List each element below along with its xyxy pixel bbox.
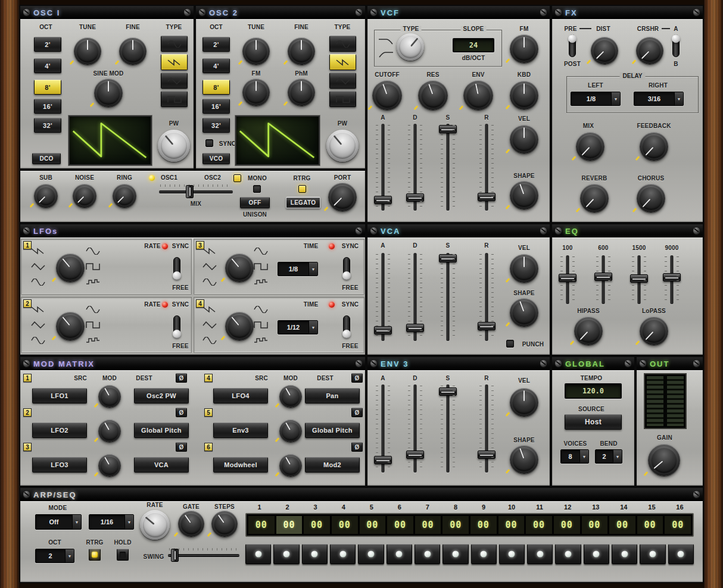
mod2-invert-button[interactable]: Ø — [176, 408, 187, 417]
vcf-attack-slider[interactable] — [375, 124, 391, 211]
osc1-wave-sine-button[interactable] — [161, 36, 188, 52]
kbd-tracking-knob[interactable] — [510, 81, 538, 110]
osc1-wave-triangle-button[interactable] — [161, 73, 188, 89]
arp-rate-select[interactable]: 1/16▼ — [89, 514, 134, 530]
step-button[interactable] — [612, 544, 637, 564]
eq-600-slider[interactable] — [596, 255, 611, 304]
osc1-wave-saw-button[interactable] — [161, 54, 188, 70]
osc2-oct-2-button[interactable]: 2' — [202, 37, 230, 52]
env3-attack-slider[interactable] — [375, 384, 391, 473]
eq-1500-slider[interactable] — [631, 255, 647, 304]
reverb-knob[interactable] — [580, 184, 609, 212]
pre-post-toggle[interactable] — [569, 35, 576, 57]
osc1-dco-button[interactable]: DCO — [32, 153, 61, 164]
gate-knob[interactable] — [178, 511, 204, 537]
eq-9000-slider[interactable] — [664, 255, 680, 304]
steps-knob[interactable] — [211, 511, 238, 537]
step-button[interactable] — [668, 544, 694, 564]
tempo-display[interactable]: 120.0 — [565, 383, 622, 399]
osc2-sync-toggle[interactable] — [205, 139, 213, 147]
osc1-oct-8-button[interactable]: 8' — [34, 80, 61, 95]
gain-knob[interactable] — [648, 444, 680, 476]
lfo3-rate-knob[interactable] — [225, 254, 254, 282]
mod1-dest-button[interactable]: Osc2 PW — [134, 388, 189, 404]
step-button[interactable] — [640, 544, 665, 564]
osc2-wave-triangle-button[interactable] — [329, 73, 356, 89]
osc2-wave-sine-button[interactable] — [329, 36, 356, 52]
osc1-oct-16-button[interactable]: 16' — [34, 99, 61, 114]
env3-sustain-slider[interactable] — [440, 384, 456, 473]
vcf-shape-knob[interactable] — [510, 181, 538, 209]
lfo4-sync-free-toggle[interactable] — [343, 315, 350, 338]
step-button[interactable] — [273, 544, 299, 564]
step-button[interactable] — [330, 544, 356, 564]
crusher-knob[interactable] — [636, 37, 663, 64]
voices-select[interactable]: 8▼ — [560, 449, 589, 464]
unison-off-button[interactable]: OFF — [240, 197, 270, 208]
env-amount-knob[interactable] — [463, 80, 493, 110]
osc1-sine-mod-knob[interactable] — [94, 79, 123, 107]
osc2-wave-saw-button[interactable] — [329, 54, 356, 70]
lfo4-rate-knob[interactable] — [225, 312, 254, 340]
vca-decay-slider[interactable] — [407, 253, 423, 341]
mod1-invert-button[interactable]: Ø — [176, 373, 187, 383]
step-button[interactable] — [584, 544, 609, 564]
step-button[interactable] — [387, 544, 412, 564]
swing-slider[interactable] — [168, 550, 239, 561]
vcf-sustain-slider[interactable] — [440, 124, 456, 211]
osc2-wave-square-button[interactable] — [329, 91, 356, 107]
mod6-amount-knob[interactable] — [279, 454, 302, 477]
ab-toggle[interactable] — [672, 35, 680, 57]
mod4-source-button[interactable]: LFO4 — [213, 388, 268, 404]
mod5-amount-knob[interactable] — [279, 420, 302, 442]
osc1-tune-knob[interactable] — [74, 37, 101, 65]
lfo1-sync-free-toggle[interactable] — [173, 257, 180, 280]
vca-sustain-slider[interactable] — [440, 253, 456, 341]
bend-select[interactable]: 2▼ — [595, 449, 622, 464]
osc2-fm-knob[interactable] — [242, 79, 270, 106]
hold-button[interactable] — [117, 549, 129, 561]
eq-100-slider[interactable] — [560, 255, 575, 304]
step-button[interactable] — [527, 544, 553, 564]
vca-release-slider[interactable] — [479, 253, 494, 341]
cutoff-knob[interactable] — [372, 80, 402, 110]
mod5-invert-button[interactable]: Ø — [351, 408, 363, 417]
osc1-pulse-width-knob[interactable] — [158, 130, 190, 162]
mod2-amount-knob[interactable] — [98, 420, 121, 442]
mod1-source-button[interactable]: LFO1 — [32, 388, 87, 404]
osc1-oct-32-button[interactable]: 32' — [34, 118, 61, 133]
vca-vel-knob[interactable] — [510, 254, 538, 283]
sub-level-knob[interactable] — [34, 184, 58, 208]
osc2-oct-32-button[interactable]: 32' — [202, 118, 230, 133]
step-button[interactable] — [471, 544, 497, 564]
arp-retrigger-button[interactable] — [89, 549, 101, 561]
chorus-knob[interactable] — [637, 184, 665, 212]
vcf-decay-slider[interactable] — [407, 124, 423, 211]
lfo3-time-select[interactable]: 1/8▼ — [278, 262, 318, 276]
portamento-knob[interactable] — [328, 183, 357, 211]
filter-fm-knob[interactable] — [510, 35, 538, 63]
delay-left-select[interactable]: 1/8▼ — [571, 92, 621, 106]
step-button[interactable] — [245, 544, 271, 564]
dist-knob[interactable] — [591, 37, 618, 64]
mod3-amount-knob[interactable] — [98, 454, 121, 477]
mod4-dest-button[interactable]: Pan — [305, 388, 360, 404]
lfo4-time-select[interactable]: 1/12▼ — [278, 320, 318, 334]
osc1-oct-2-button[interactable]: 2' — [34, 37, 61, 52]
mod2-source-button[interactable]: LFO2 — [32, 423, 87, 438]
mono-toggle[interactable] — [253, 185, 261, 193]
step-button[interactable] — [358, 544, 384, 564]
punch-toggle[interactable] — [506, 340, 514, 348]
delay-mix-knob[interactable] — [576, 132, 604, 161]
retrigger-led[interactable] — [298, 185, 306, 193]
arp-oct-select[interactable]: 2▼ — [35, 549, 74, 563]
eq-hipass-knob[interactable] — [574, 317, 603, 345]
ring-level-knob[interactable] — [113, 184, 136, 208]
filter-type-knob[interactable] — [397, 33, 424, 61]
mod5-dest-button[interactable]: Global Pitch — [305, 423, 360, 438]
vcf-release-slider[interactable] — [479, 124, 494, 211]
osc2-oct-8-button[interactable]: 8' — [202, 80, 230, 95]
osc2-vco-button[interactable]: VCO — [202, 153, 230, 164]
mod3-source-button[interactable]: LFO3 — [32, 457, 87, 473]
step-button[interactable] — [555, 544, 581, 564]
